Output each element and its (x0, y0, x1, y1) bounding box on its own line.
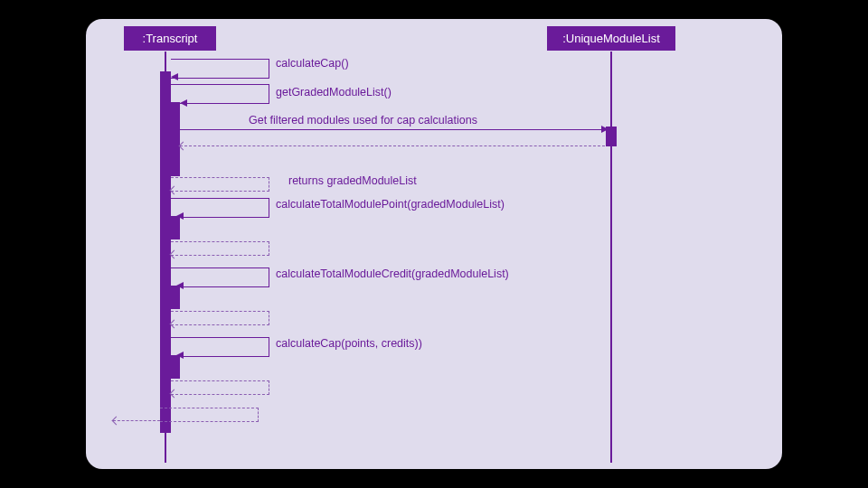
activation-totalPoint (167, 216, 180, 239)
arrowhead (171, 73, 178, 80)
selfcall-calculateCap2 (171, 337, 269, 357)
return-totalPoint (171, 241, 269, 256)
activation-getGraded (167, 102, 180, 176)
activation-totalCredit (167, 286, 180, 309)
msg-calculateCap: calculateCap() (276, 57, 349, 70)
return-final (160, 408, 259, 422)
arrowhead (112, 417, 121, 426)
lifeline-uniquemodulelist (610, 52, 612, 463)
arrow-getFiltered (180, 129, 605, 130)
sequence-diagram: :Transcript :UniqueModuleList calculateC… (86, 19, 782, 469)
activation-calculateCap2 (167, 355, 180, 379)
selfcall-totalCredit (171, 267, 269, 287)
participant-uniquemodulelist: :UniqueModuleList (547, 26, 675, 51)
msg-getFiltered: Get filtered modules used for cap calcul… (249, 114, 477, 127)
return-getFiltered (180, 145, 605, 146)
selfcall-calculateCap (171, 59, 269, 79)
arrowhead (180, 99, 187, 107)
msg-totalCredit: calculateTotalModuleCredit(gradedModuleL… (276, 267, 509, 280)
participant-transcript: :Transcript (124, 26, 216, 51)
return-totalCredit (171, 311, 269, 325)
selfcall-totalPoint (171, 198, 269, 218)
return-calculateCap2 (171, 380, 269, 395)
msg-totalPoint: calculateTotalModulePoint(gradedModuleLi… (276, 198, 505, 211)
return-gradedList (171, 177, 269, 192)
msg-calculateCap2: calculateCap(points, credits)) (276, 337, 422, 350)
msg-getGraded: getGradedModuleList() (276, 86, 392, 99)
arrowhead (179, 142, 188, 151)
activation-uml (606, 127, 617, 146)
msg-returns-gradedList: returns gradedModuleList (288, 174, 417, 187)
